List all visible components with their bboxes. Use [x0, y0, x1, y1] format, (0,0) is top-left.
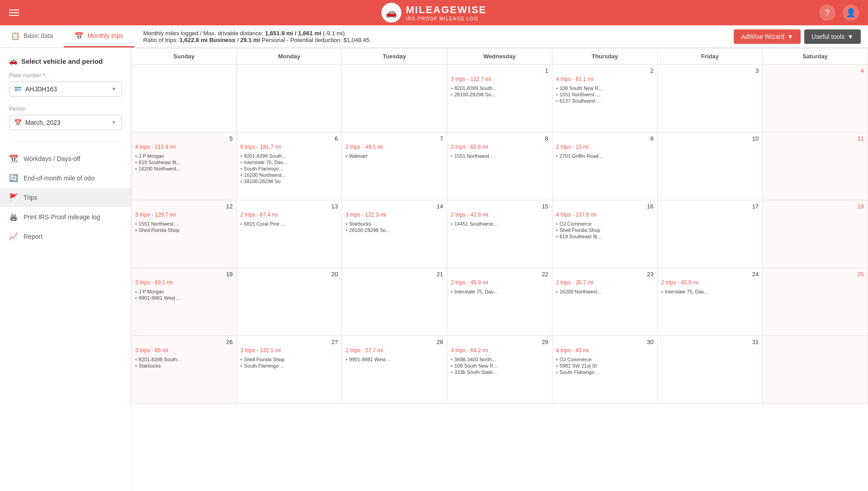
cal-cell-w2-tue[interactable]: 7 2 trips - 49.5 mi Walmart — [342, 132, 447, 200]
cal-cell-w3-wed[interactable]: 15 2 trips - 42.8 mi 14451 Southwest... — [447, 200, 552, 268]
workdays-icon: 📆 — [9, 154, 18, 163]
plate-chevron-icon: ▼ — [111, 86, 117, 92]
cal-cell-w2-mon[interactable]: 6 6 trips - 181.7 mi 8201-8399 South... … — [237, 132, 342, 200]
cal-cell-w3-mon[interactable]: 13 2 trips - 67.4 mi 6815 Coral Pine ... — [237, 200, 342, 268]
tab-monthly-trips-label: Monthly trips — [87, 32, 123, 39]
cal-cell-w1-fri[interactable]: 3 — [658, 65, 763, 132]
cal-trip-item: 9901-9981 West ... — [135, 295, 233, 301]
cal-trip-item: Interstate 75, Dav... — [241, 159, 338, 165]
useful-tools-button[interactable]: Useful tools ▼ — [804, 29, 861, 44]
col-header-sunday: Sunday — [132, 48, 237, 65]
cal-date-w3-wed: 15 — [451, 203, 548, 210]
cal-cell-w1-wed[interactable]: 1 3 trips - 122.7 mi 8201-8399 South... … — [447, 65, 552, 132]
cal-cell-w5-wed[interactable]: 29 4 trips - 64.2 mi 3498-3400 North... … — [447, 336, 552, 404]
sidebar-item-workdays[interactable]: 📆 Workdays / Days-off — [0, 149, 131, 168]
cal-trip-item: Shell Florida Shop — [241, 356, 338, 363]
cal-cell-w4-wed[interactable]: 22 2 trips - 45.9 mi Interstate 75, Dav.… — [447, 268, 552, 336]
cal-cell-w4-sun[interactable]: 19 3 trips - 69.1 mi J P Morgan 9901-998… — [132, 268, 237, 336]
cal-summary-w5-wed: 4 trips - 64.2 mi — [451, 347, 548, 354]
cal-trip-item: 8201-8399 South... — [451, 85, 548, 91]
col-header-monday: Monday — [237, 48, 342, 65]
cal-cell-w3-fri[interactable]: 17 — [658, 200, 763, 268]
cal-date-w3-thu: 16 — [556, 203, 654, 210]
sidebar-item-print[interactable]: 🖨️ Print IRS-Proof mileage log — [0, 207, 131, 227]
period-value: March, 2023 — [25, 119, 108, 126]
logo-brand: MILEAGEWISE — [406, 4, 486, 16]
cal-cell-w3-sun[interactable]: 12 3 trips - 129.7 mi 1551 Northwest ...… — [132, 200, 237, 268]
tab-monthly-trips[interactable]: 📅 Monthly trips — [64, 25, 134, 47]
calendar-icon: 📅 — [14, 119, 22, 126]
cal-trip-item: 8201-8399 South... — [241, 153, 338, 159]
cal-trip-item: 8201-8399 South... — [135, 356, 233, 363]
cal-cell-w2-sat[interactable]: 11 — [763, 132, 868, 200]
app-header: 🚗 MILEAGEWISE IRS-PROOF MILEAGE LOG ? 👤 — [0, 0, 868, 25]
cal-cell-w4-mon[interactable]: 20 — [237, 268, 342, 336]
cal-trip-item: Walmart — [345, 153, 443, 159]
cal-trip-item: 2701 Griffin Road... — [556, 153, 654, 159]
help-button[interactable]: ? — [819, 5, 835, 21]
cal-summary-w3-sun: 3 trips - 129.7 mi — [135, 212, 233, 218]
sidebar-item-odo[interactable]: 🔄 End-of-month mile of odo — [0, 168, 131, 188]
cal-summary-w3-thu: 4 trips - 137.6 mi — [556, 212, 654, 218]
cal-cell-w1-sat[interactable]: 4 — [763, 65, 868, 132]
print-label: Print IRS-Proof mileage log — [24, 213, 100, 221]
cal-cell-w5-tue[interactable]: 28 2 trips - 27.7 mi 9901-9981 West ... — [342, 336, 447, 404]
cal-trip-item: J P Morgan — [135, 153, 233, 159]
cal-trip-item: J P Morgan — [135, 288, 233, 295]
tab-basic-data[interactable]: 📋 Basic data — [0, 25, 64, 47]
cal-date-w4-sat: 25 — [766, 271, 864, 278]
col-header-tuesday: Tuesday — [342, 48, 447, 65]
plate-number-select[interactable]: 🪪 AHJDH163 ▼ — [9, 81, 122, 97]
cal-trip-item: 108 South New R... — [556, 85, 654, 91]
account-button[interactable]: 👤 — [843, 5, 859, 21]
workdays-label: Workdays / Days-off — [24, 155, 80, 162]
cal-trip-item: 6137 Southwest ... — [556, 98, 654, 104]
cal-trip-item: Interstate 75, Dav... — [451, 288, 548, 295]
cal-cell-w5-thu[interactable]: 30 4 trips - 43 mi OJ Commerce 5981 SW 2… — [552, 336, 658, 404]
top-bar-actions: AdWise Wizard ▼ Useful tools ▼ — [726, 25, 868, 47]
cal-cell-w5-sun[interactable]: 26 3 trips - 66 mi 8201-8399 South... St… — [132, 336, 237, 404]
cal-cell-w1-sun[interactable] — [132, 65, 237, 132]
sidebar: 🚗 Select vehicle and period Plate number… — [0, 48, 131, 491]
sidebar-item-trips[interactable]: 🚩 Trips — [0, 188, 131, 207]
adwise-wizard-button[interactable]: AdWise Wizard ▼ — [734, 29, 801, 44]
cal-date-w4-tue: 21 — [345, 271, 443, 278]
cal-cell-w4-tue[interactable]: 21 — [342, 268, 447, 336]
cal-cell-w2-wed[interactable]: 8 2 trips - 60.6 mi 1551 Northwest ... — [447, 132, 552, 200]
cal-cell-w1-thu[interactable]: 2 4 trips - 81.1 mi 108 South New R... 1… — [552, 65, 658, 132]
trips-icon: 🚩 — [9, 193, 18, 202]
cal-summary-w1-thu: 4 trips - 81.1 mi — [556, 76, 654, 82]
top-tabs: 📋 Basic data 📅 Monthly trips — [0, 25, 134, 47]
cal-cell-w5-mon[interactable]: 27 3 trips - 132.1 mi Shell Florida Shop… — [237, 336, 342, 404]
cal-cell-w3-sat[interactable]: 18 — [763, 200, 868, 268]
cal-cell-w4-sat[interactable]: 25 — [763, 268, 868, 336]
cal-cell-w1-tue[interactable] — [342, 65, 447, 132]
cal-trip-item: Interstate 75, Dav... — [661, 288, 759, 295]
cal-date-w1-thu: 2 — [556, 67, 654, 74]
sidebar-item-report[interactable]: 📈 Report — [0, 227, 131, 246]
cal-summary-w3-wed: 2 trips - 42.8 mi — [451, 212, 548, 218]
cal-cell-w4-fri[interactable]: 24 2 trips - 45.9 mi Interstate 75, Dav.… — [658, 268, 763, 336]
cal-date-w3-fri: 17 — [661, 203, 759, 210]
cal-cell-w3-thu[interactable]: 16 4 trips - 137.6 mi OJ Commerce Shell … — [552, 200, 658, 268]
cal-cell-w2-thu[interactable]: 9 2 trips - 13 mi 2701 Griffin Road... — [552, 132, 658, 200]
menu-button[interactable] — [9, 9, 19, 16]
plate-value: AHJDH163 — [25, 85, 108, 93]
cal-date-w4-mon: 20 — [241, 271, 338, 278]
cal-cell-w2-fri[interactable]: 10 — [658, 132, 763, 200]
plate-label: Plate number * — [9, 72, 122, 79]
period-select[interactable]: 📅 March, 2023 ▼ — [9, 115, 122, 130]
cal-cell-w2-sun[interactable]: 5 4 trips - 113.9 mi J P Morgan 619 Sout… — [132, 132, 237, 200]
cal-cell-w5-fri[interactable]: 31 — [658, 336, 763, 404]
cal-cell-w4-thu[interactable]: 23 2 trips - 35.7 mi 16200 Northwest... — [552, 268, 658, 336]
cal-date-w3-tue: 14 — [345, 203, 443, 210]
cal-date-w4-thu: 23 — [556, 271, 654, 278]
cal-cell-w1-mon[interactable] — [237, 65, 342, 132]
cal-summary-w5-sun: 3 trips - 66 mi — [135, 347, 233, 354]
cal-trip-item: 9901-9981 West ... — [345, 356, 443, 363]
cal-cell-w3-tue[interactable]: 14 3 trips - 122.3 mi Starbucks 28100-28… — [342, 200, 447, 268]
cal-trip-item: 3498-3400 North... — [451, 356, 548, 363]
cal-summary-w4-wed: 2 trips - 45.9 mi — [451, 279, 548, 286]
cal-cell-w5-sat[interactable] — [763, 336, 868, 404]
cal-date-w5-mon: 27 — [241, 339, 338, 345]
